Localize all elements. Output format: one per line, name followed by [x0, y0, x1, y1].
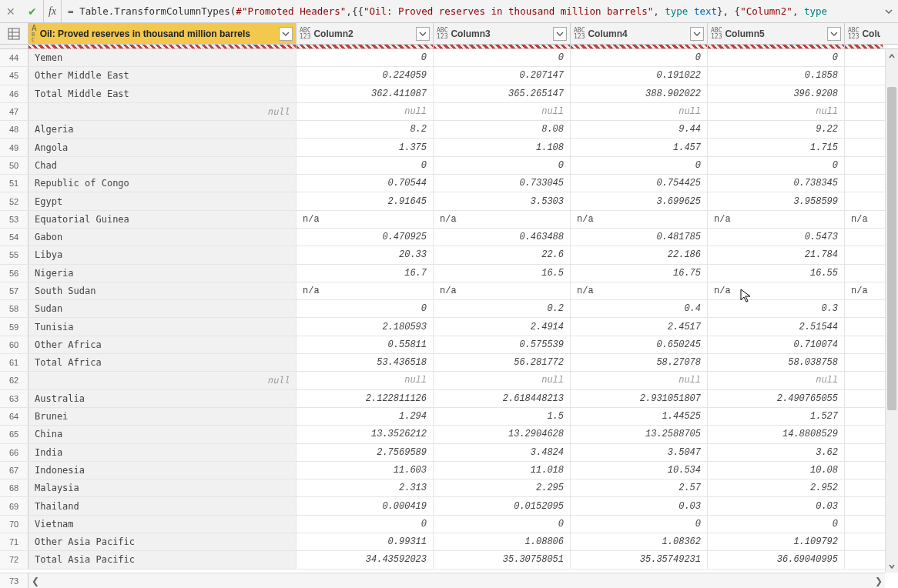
cell-value[interactable]: 16.5 — [434, 265, 571, 282]
cell-value[interactable] — [845, 408, 883, 425]
cell-value[interactable]: 22.6 — [434, 246, 571, 263]
column-header-c4[interactable]: ABC123 Column4 — [571, 23, 708, 44]
cell-country[interactable]: Yemen — [28, 49, 297, 66]
cell-country[interactable]: China — [28, 426, 297, 443]
cell-country[interactable]: Malaysia — [28, 479, 297, 496]
cell-value[interactable]: 0 — [708, 516, 845, 533]
cell-value[interactable]: n/a — [434, 282, 571, 299]
cell-value[interactable]: 0.463488 — [434, 229, 571, 246]
cell-country[interactable]: India — [28, 444, 297, 461]
cell-value[interactable]: 3.5047 — [571, 444, 708, 461]
cell-value[interactable]: 3.62 — [708, 444, 845, 461]
cell-value[interactable]: 34.43592023 — [297, 551, 434, 568]
table-row[interactable]: 63Australia2.1228111262.6184482132.93105… — [0, 390, 898, 408]
cell-value[interactable]: 388.902022 — [571, 85, 708, 102]
commit-formula-button[interactable]: ✔ — [22, 1, 43, 22]
cell-value[interactable]: 13.3526212 — [297, 426, 434, 443]
table-row[interactable]: 62nullnullnullnullnull — [0, 372, 898, 389]
cell-value[interactable]: 36.69040995 — [708, 551, 845, 568]
cell-value[interactable]: 1.527 — [708, 408, 845, 425]
cell-value[interactable]: 0 — [708, 49, 845, 66]
column-header-c3[interactable]: ABC123 Column3 — [434, 23, 571, 44]
cell-value[interactable]: 0 — [297, 157, 434, 174]
cell-value[interactable]: 53.436518 — [297, 354, 434, 371]
cell-value[interactable]: 0 — [571, 516, 708, 533]
table-row[interactable]: 69Thailand0.0004190.01520950.030.03 — [0, 497, 898, 515]
table-row[interactable]: 57South Sudann/an/an/an/an/a — [0, 282, 898, 300]
cell-value[interactable]: 2.295 — [434, 479, 571, 496]
cell-value[interactable]: 13.2904628 — [434, 426, 571, 443]
cell-value[interactable]: 0.575539 — [434, 336, 571, 353]
cell-value[interactable]: 0 — [434, 516, 571, 533]
cell-value[interactable]: 10.534 — [571, 462, 708, 479]
table-row[interactable]: 66India2.75695893.48243.50473.62 — [0, 444, 898, 462]
table-row[interactable]: 46Total Middle East362.411087365.2651473… — [0, 85, 898, 103]
table-menu-button[interactable] — [0, 23, 28, 44]
cell-country[interactable]: Total Middle East — [28, 85, 297, 102]
cell-value[interactable]: 396.9208 — [708, 85, 845, 102]
cell-country[interactable]: Total Asia Pacific — [28, 551, 297, 568]
cell-value[interactable]: 0 — [297, 516, 434, 533]
column-header-c1[interactable]: ABC Oil: Proved reserves in thousand mil… — [28, 23, 297, 44]
cell-value[interactable]: 0.224059 — [297, 67, 434, 84]
cell-value[interactable]: 21.784 — [708, 246, 845, 263]
cell-value[interactable]: 365.265147 — [434, 85, 571, 102]
table-row[interactable]: 45Other Middle East0.2240590.2071470.191… — [0, 67, 898, 85]
cell-value[interactable]: n/a — [845, 211, 883, 228]
cell-value[interactable]: 0 — [434, 157, 571, 174]
cell-value[interactable]: 0.738345 — [708, 175, 845, 192]
cell-country[interactable]: Republic of Congo — [28, 175, 297, 192]
cell-value[interactable]: 1.375 — [297, 139, 434, 155]
table-row[interactable]: 49Angola1.3751.1081.4571.715 — [0, 139, 898, 156]
cell-country[interactable]: Brunei — [28, 408, 297, 425]
table-row[interactable]: 48Algeria8.28.089.449.22 — [0, 121, 898, 139]
table-row[interactable]: 52Egypt2.916453.53033.6996253.958599 — [0, 192, 898, 210]
cell-value[interactable]: null — [571, 103, 708, 120]
expand-formula-button[interactable] — [880, 1, 898, 22]
cell-value[interactable] — [845, 192, 883, 209]
cell-value[interactable]: 20.33 — [297, 246, 434, 263]
cell-value[interactable] — [845, 318, 883, 335]
cell-value[interactable]: 2.618448213 — [434, 390, 571, 407]
cell-value[interactable]: 0 — [434, 49, 571, 66]
cell-country[interactable]: null — [28, 372, 297, 389]
cell-value[interactable]: 2.313 — [297, 479, 434, 496]
cell-value[interactable]: 0.55811 — [297, 336, 434, 353]
cell-value[interactable] — [845, 426, 883, 443]
cell-value[interactable]: 1.294 — [297, 408, 434, 425]
cell-value[interactable]: 362.411087 — [297, 85, 434, 102]
cell-country[interactable]: Total Africa — [28, 354, 297, 371]
cell-value[interactable]: 0.99311 — [297, 533, 434, 550]
cell-value[interactable]: 13.2588705 — [571, 426, 708, 443]
table-row[interactable]: 67Indonesia11.60311.01810.53410.08 — [0, 462, 898, 479]
table-row[interactable]: 70Vietnam0000 — [0, 516, 898, 533]
cell-value[interactable] — [845, 390, 883, 407]
cell-value[interactable]: 0.2 — [434, 300, 571, 317]
cell-value[interactable]: null — [708, 372, 845, 389]
cell-value[interactable]: n/a — [434, 211, 571, 228]
cell-country[interactable]: Other Asia Pacific — [28, 533, 297, 550]
cell-value[interactable]: 0.191022 — [571, 67, 708, 84]
cell-country[interactable]: Vietnam — [28, 516, 297, 533]
cell-country[interactable]: South Sudan — [28, 282, 297, 299]
cell-value[interactable] — [845, 300, 883, 317]
scrollbar-thumb[interactable] — [887, 87, 896, 410]
cell-country[interactable]: Libya — [28, 246, 297, 263]
cell-value[interactable]: 0.000419 — [297, 497, 434, 514]
cell-value[interactable]: 0.481785 — [571, 229, 708, 246]
cell-country[interactable]: Indonesia — [28, 462, 297, 479]
table-row[interactable]: 58Sudan00.20.40.3 — [0, 300, 898, 318]
cell-country[interactable]: Sudan — [28, 300, 297, 317]
column-filter-button[interactable] — [279, 27, 293, 41]
cell-value[interactable] — [845, 157, 883, 174]
cell-value[interactable]: 56.281772 — [434, 354, 571, 371]
cell-value[interactable] — [845, 336, 883, 353]
cell-value[interactable]: 0 — [571, 157, 708, 174]
formula-input[interactable]: = Table.TransformColumnTypes(#"Promoted … — [62, 5, 880, 17]
table-row[interactable]: 59Tunisia2.1805932.49142.45172.51544 — [0, 318, 898, 336]
cell-value[interactable]: 2.180593 — [297, 318, 434, 335]
cell-value[interactable]: n/a — [297, 211, 434, 228]
cell-value[interactable] — [845, 49, 883, 66]
cell-value[interactable]: 1.108 — [434, 139, 571, 155]
cell-value[interactable]: 16.7 — [297, 265, 434, 282]
